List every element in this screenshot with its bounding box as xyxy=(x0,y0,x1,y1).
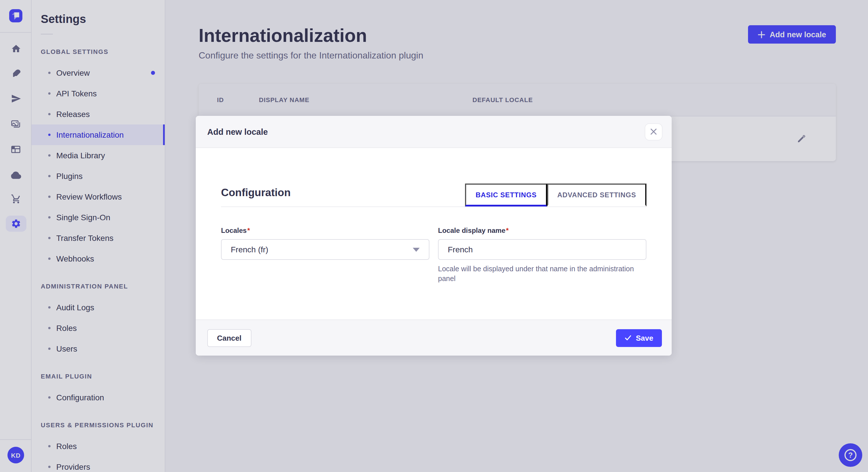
tab-advanced-settings[interactable]: ADVANCED SETTINGS xyxy=(547,183,646,206)
close-button[interactable] xyxy=(645,123,662,140)
form-fields: Locales* French (fr) Locale display name… xyxy=(221,227,646,284)
modal-body: Configuration BASIC SETTINGS ADVANCED SE… xyxy=(196,148,672,319)
tab-basic-settings[interactable]: BASIC SETTINGS xyxy=(465,183,547,206)
configuration-header-row: Configuration BASIC SETTINGS ADVANCED SE… xyxy=(221,148,646,207)
display-name-help-text: Locale will be displayed under that name… xyxy=(438,264,646,284)
strapi-admin: KD Settings GLOBAL SETTINGS Overview API… xyxy=(0,0,868,472)
save-button-label: Save xyxy=(636,334,653,342)
locales-label: Locales* xyxy=(221,227,429,235)
modal-header: Add new locale xyxy=(196,116,672,148)
check-icon xyxy=(624,334,631,341)
locales-select[interactable]: French (fr) xyxy=(221,239,429,260)
cancel-button[interactable]: Cancel xyxy=(207,329,251,347)
add-locale-modal: Add new locale Configuration BASIC SETTI… xyxy=(196,116,672,356)
required-asterisk: * xyxy=(506,227,508,235)
required-asterisk: * xyxy=(247,227,250,235)
modal-title: Add new locale xyxy=(207,127,268,136)
close-icon xyxy=(650,129,657,135)
configuration-heading: Configuration xyxy=(221,187,291,199)
display-name-label: Locale display name* xyxy=(438,227,646,235)
chevron-down-icon xyxy=(413,247,420,251)
modal-footer: Cancel Save xyxy=(196,319,672,356)
save-button[interactable]: Save xyxy=(616,329,662,347)
locales-select-value: French (fr) xyxy=(231,245,268,254)
display-name-field: Locale display name* Locale will be disp… xyxy=(438,227,646,284)
settings-tabs: BASIC SETTINGS ADVANCED SETTINGS xyxy=(465,183,646,206)
locales-field: Locales* French (fr) xyxy=(221,227,429,284)
display-name-input[interactable] xyxy=(438,239,646,260)
